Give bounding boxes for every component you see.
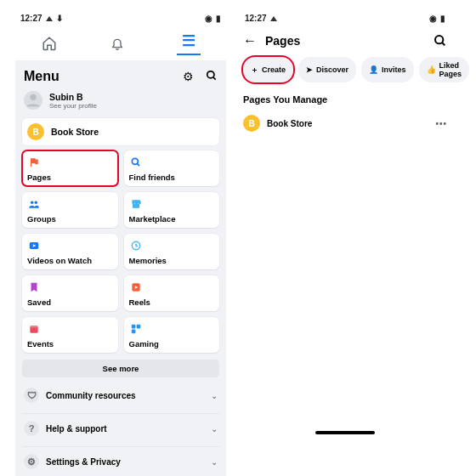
expander-label: Help & support: [46, 424, 107, 434]
tile-reels[interactable]: Reels: [124, 275, 220, 311]
status-time: 12:27: [20, 14, 42, 23]
flag-icon: [27, 156, 41, 169]
tile-label: Reels: [129, 298, 215, 307]
tile-label: Saved: [27, 298, 113, 307]
chip-invites[interactable]: 👤Invites: [361, 57, 414, 82]
chip-create[interactable]: ＋Create: [243, 57, 293, 82]
tile-gaming[interactable]: Gaming: [124, 317, 220, 353]
svg-point-5: [35, 201, 38, 205]
pages-header: ← Pages: [240, 28, 450, 57]
left-phone: 12:27⬇ ◉▮ ☰ Menu ⚙ Subin B See your prof…: [15, 12, 226, 476]
see-more-button[interactable]: See more: [22, 360, 219, 377]
store-icon: [129, 197, 143, 211]
search-icon[interactable]: [206, 70, 218, 83]
expander-label: Community resources: [46, 391, 136, 400]
groups-icon: [27, 197, 41, 211]
svg-rect-12: [136, 325, 140, 329]
tile-marketplace[interactable]: Marketplace: [124, 192, 220, 228]
svg-point-4: [31, 201, 34, 205]
svg-rect-13: [131, 330, 135, 334]
tile-saved[interactable]: Saved: [22, 275, 118, 311]
pages-title: Pages: [265, 34, 300, 48]
warning-icon: [270, 16, 277, 21]
battery-icon: ▮: [440, 14, 445, 23]
chip-liked-pages[interactable]: 👍Liked Pages: [419, 57, 470, 82]
calendar-icon: [27, 322, 41, 336]
chevron-down-icon: ⌄: [211, 457, 218, 467]
more-icon[interactable]: •••: [435, 119, 447, 128]
tile-label: Gaming: [129, 339, 215, 348]
tile-label: Pages: [27, 173, 113, 182]
tile-events[interactable]: Events: [22, 317, 118, 353]
tile-pages[interactable]: Pages: [22, 150, 118, 186]
warning-icon: [46, 16, 53, 21]
tile-find-friends[interactable]: Find friends: [124, 150, 220, 186]
page-shortcut[interactable]: B Book Store: [22, 118, 219, 145]
tile-label: Memories: [129, 256, 215, 265]
chip-label: Discover: [316, 65, 348, 74]
page-badge-icon: B: [27, 123, 44, 140]
tile-memories[interactable]: Memories: [124, 234, 220, 269]
wifi-icon: ◉: [429, 14, 437, 23]
tile-label: Events: [27, 339, 113, 348]
status-bar: 12:27 ◉▮: [240, 12, 450, 28]
back-icon[interactable]: ←: [243, 33, 257, 48]
chevron-down-icon: ⌄: [211, 424, 218, 434]
svg-line-15: [442, 42, 445, 45]
plus-icon: ＋: [251, 65, 258, 76]
tile-label: Find friends: [129, 173, 215, 182]
expander-help-support[interactable]: ?Help & support⌄: [22, 413, 219, 443]
status-bar: 12:27⬇ ◉▮: [15, 12, 226, 28]
battery-icon: ▮: [216, 14, 221, 23]
svg-point-14: [435, 36, 443, 43]
home-icon[interactable]: [41, 35, 58, 52]
tile-label: Videos on Watch: [27, 256, 113, 265]
expander-community-resources[interactable]: 🛡Community resources⌄: [22, 381, 219, 410]
notifications-icon[interactable]: [109, 35, 126, 52]
profile-link[interactable]: Subin B See your profile: [22, 89, 219, 115]
gaming-icon: [129, 322, 143, 336]
chip-row: ＋Create➤Discover👤Invites👍Liked Pages: [240, 57, 450, 89]
profile-name: Subin B: [49, 92, 97, 102]
search-p-icon: [129, 156, 143, 169]
search-icon[interactable]: [434, 34, 447, 48]
menu-title: Menu: [24, 69, 60, 84]
shortcut-grid: PagesFind friendsGroupsMarketplaceVideos…: [22, 150, 219, 353]
page-badge-icon: B: [243, 115, 260, 132]
down-arrow-icon: ⬇: [56, 14, 63, 23]
bookmark-icon: [27, 280, 41, 294]
svg-point-0: [207, 71, 214, 78]
expander-label: Settings & Privacy: [46, 457, 121, 467]
home-indicator: [315, 431, 375, 434]
svg-rect-10: [30, 326, 37, 327]
svg-rect-11: [131, 325, 135, 329]
chip-label: Invites: [382, 65, 406, 74]
managed-page-row[interactable]: BBook Store•••: [240, 110, 450, 137]
profile-subtitle: See your profile: [49, 102, 97, 110]
svg-line-1: [213, 77, 216, 80]
expander-settings-privacy[interactable]: ⚙Settings & Privacy⌄: [22, 446, 219, 476]
chip-label: Liked Pages: [439, 61, 462, 78]
wifi-icon: ◉: [205, 14, 212, 23]
chevron-down-icon: ⌄: [211, 391, 218, 400]
top-nav: ☰: [15, 28, 226, 60]
expander-icon: ⚙: [24, 454, 39, 469]
right-phone: 12:27 ◉▮ ← Pages ＋Create➤Discover👤Invite…: [240, 12, 450, 476]
play-icon: [27, 239, 41, 252]
settings-icon[interactable]: ⚙: [183, 70, 194, 83]
compass-icon: ➤: [306, 65, 313, 74]
chip-discover[interactable]: ➤Discover: [298, 57, 356, 82]
tile-videos-on-watch[interactable]: Videos on Watch: [22, 234, 118, 269]
chip-label: Create: [262, 65, 286, 74]
tile-label: Marketplace: [129, 214, 215, 224]
managed-page-name: Book Store: [267, 119, 312, 128]
reels-icon: [129, 280, 143, 294]
page-shortcut-label: Book Store: [51, 127, 99, 137]
svg-line-3: [137, 163, 139, 166]
status-time: 12:27: [245, 14, 267, 23]
tile-groups[interactable]: Groups: [22, 192, 118, 228]
menu-tab[interactable]: ☰: [177, 31, 201, 55]
thumb-icon: 👍: [427, 65, 436, 74]
person-icon: 👤: [369, 65, 378, 74]
section-title: Pages You Manage: [240, 89, 450, 110]
